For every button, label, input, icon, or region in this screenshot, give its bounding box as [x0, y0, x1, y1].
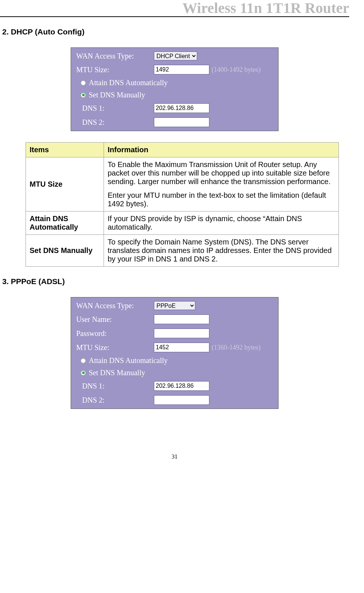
- wan-access-type-label: WAN Access Type:: [76, 302, 154, 310]
- attain-dns-auto-radio-label[interactable]: Attain DNS Automatically: [89, 79, 168, 87]
- dns1-label: DNS 1:: [82, 382, 154, 390]
- dns2-input[interactable]: [154, 395, 209, 405]
- section-heading-dhcp: 2. DHCP (Auto Config): [2, 27, 349, 36]
- mtu-hint: (1360-1492 bytes): [212, 344, 260, 352]
- dns2-input[interactable]: [154, 117, 209, 127]
- wan-access-type-select[interactable]: DHCP Client: [154, 51, 197, 60]
- table-info: To specify the Domain Name System (DNS).…: [104, 235, 339, 267]
- table-info: If your DNS provide by ISP is dynamic, c…: [104, 211, 339, 235]
- dns1-input[interactable]: [154, 381, 209, 391]
- table-header-items: Items: [26, 143, 104, 157]
- table-info: To Enable the Maximum Transmission Unit …: [104, 157, 339, 211]
- mtu-hint: (1400-1492 bytes): [212, 66, 260, 74]
- dhcp-config-panel: WAN Access Type: DHCP Client MTU Size: (…: [71, 47, 279, 131]
- table-header-information: Information: [104, 143, 339, 157]
- page-number: 31: [0, 453, 349, 460]
- table-item: Set DNS Manually: [26, 235, 104, 267]
- radio-icon[interactable]: [81, 80, 86, 86]
- mtu-size-label: MTU Size:: [76, 343, 154, 352]
- table-item: MTU Size: [26, 157, 104, 211]
- radio-icon[interactable]: [81, 358, 86, 363]
- wan-access-type-select[interactable]: PPPoE: [154, 301, 195, 310]
- password-input[interactable]: [154, 329, 209, 338]
- dns1-label: DNS 1:: [82, 104, 154, 113]
- radio-icon[interactable]: [81, 370, 86, 376]
- set-dns-manual-radio-label[interactable]: Set DNS Manually: [89, 91, 145, 99]
- table-item: Attain DNS Automatically: [26, 211, 104, 235]
- section-heading-pppoe: 3. PPPoE (ADSL): [2, 277, 349, 286]
- set-dns-manual-radio-label[interactable]: Set DNS Manually: [89, 369, 145, 377]
- mtu-size-input[interactable]: [154, 65, 209, 74]
- dns2-label: DNS 2:: [82, 396, 154, 404]
- table-row: Set DNS Manually To specify the Domain N…: [26, 235, 339, 267]
- pppoe-config-panel: WAN Access Type: PPPoE User Name: Passwo…: [71, 297, 279, 409]
- attain-dns-auto-radio-label[interactable]: Attain DNS Automatically: [89, 356, 168, 365]
- mtu-size-input[interactable]: [154, 343, 209, 352]
- username-input[interactable]: [154, 314, 209, 324]
- radio-icon[interactable]: [81, 93, 86, 98]
- dns1-input[interactable]: [154, 103, 209, 113]
- page-header-title: Wireless 11n 1T1R Router: [0, 0, 349, 17]
- mtu-size-label: MTU Size:: [76, 66, 154, 74]
- wan-access-type-label: WAN Access Type:: [76, 52, 154, 60]
- password-label: Password:: [76, 329, 154, 338]
- dns2-label: DNS 2:: [82, 118, 154, 127]
- table-row: MTU Size To Enable the Maximum Transmiss…: [26, 157, 339, 211]
- table-row: Attain DNS Automatically If your DNS pro…: [26, 211, 339, 235]
- username-label: User Name:: [76, 315, 154, 324]
- dhcp-info-table: Items Information MTU Size To Enable the…: [26, 142, 339, 267]
